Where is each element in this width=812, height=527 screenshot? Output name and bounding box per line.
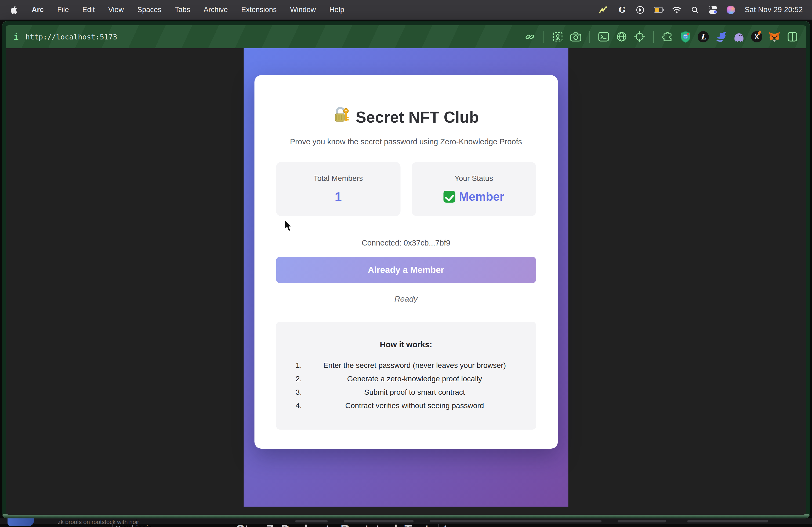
nft-club-card: Secret NFT Club Prove you know the secre… xyxy=(254,75,558,449)
toolbar-smudge xyxy=(430,520,601,523)
metamask-icon[interactable] xyxy=(768,31,780,43)
toolbar-smudge xyxy=(344,520,414,523)
menu-help[interactable]: Help xyxy=(329,6,344,14)
spotlight-search-icon[interactable] xyxy=(690,5,699,15)
ghostery-ghost-icon[interactable] xyxy=(733,31,745,43)
background-doc-title[interactable]: Step 7: Deploy to Rootstock Testnet xyxy=(236,524,447,527)
browser-content: Secret NFT Club Prove you know the secre… xyxy=(6,48,806,515)
url-text[interactable]: http://localhost:5173 xyxy=(26,33,117,41)
how-step: Submit proof to smart contract xyxy=(304,388,525,396)
your-status-value: Member xyxy=(459,190,504,204)
extension-l-icon[interactable]: L xyxy=(698,31,709,42)
lock-key-icon xyxy=(333,106,350,128)
siri-icon[interactable] xyxy=(726,5,736,15)
toolbar-separator xyxy=(543,31,544,43)
background-window-toolbar: zk proofs on rootstock with noir xyxy=(0,518,812,524)
extensions-puzzle-icon[interactable] xyxy=(662,31,673,43)
your-status-box: Your Status Member xyxy=(412,162,536,216)
background-divider xyxy=(112,524,113,527)
your-status-label: Your Status xyxy=(414,174,534,183)
menu-file[interactable]: File xyxy=(57,6,69,14)
connected-address: Connected: 0x37cb...7bf9 xyxy=(276,238,536,248)
menu-view[interactable]: View xyxy=(108,6,124,14)
menubar: Arc File Edit View Spaces Tabs Archive E… xyxy=(0,0,812,19)
screenshot-camera-icon[interactable] xyxy=(570,31,582,43)
browser-window: i http://localhost:5173 xyxy=(2,21,810,518)
battery-status-icon[interactable] xyxy=(654,5,663,15)
extension-x-icon[interactable]: X xyxy=(751,31,762,42)
menu-window[interactable]: Window xyxy=(290,6,316,14)
page-viewport: Secret NFT Club Prove you know the secre… xyxy=(244,48,568,507)
how-step: Contract verifies without seeing passwor… xyxy=(304,402,525,410)
menu-edit[interactable]: Edit xyxy=(83,6,95,14)
rabbit-extension-icon[interactable] xyxy=(715,31,727,43)
wifi-status-icon[interactable] xyxy=(672,5,681,15)
element-picker-icon[interactable] xyxy=(634,31,646,43)
already-member-button[interactable]: Already a Member xyxy=(276,257,536,283)
how-it-works-box: How it works: Enter the secret password … xyxy=(276,322,536,430)
how-step: Generate a zero-knowledge proof locally xyxy=(304,375,525,383)
copy-link-icon[interactable] xyxy=(524,31,536,43)
address-bar[interactable]: i http://localhost:5173 xyxy=(14,32,117,42)
background-window-body: Symbiosis Step 7: Deploy to Rootstock Te… xyxy=(0,524,812,527)
how-step: Enter the secret password (never leaves … xyxy=(304,361,525,370)
split-view-icon[interactable] xyxy=(786,31,798,43)
page-title-text: Secret NFT Club xyxy=(356,107,479,127)
toolbar-smudge xyxy=(618,520,666,523)
toolbar-smudge xyxy=(687,520,768,523)
browser-toolbar: i http://localhost:5173 xyxy=(6,25,806,48)
menu-spaces[interactable]: Spaces xyxy=(137,6,161,14)
toolbar-separator xyxy=(653,31,654,43)
menu-archive[interactable]: Archive xyxy=(204,6,228,14)
page-title: Secret NFT Club xyxy=(276,106,536,128)
stats-row: Total Members 1 Your Status Member xyxy=(276,162,536,216)
site-info-icon[interactable]: i xyxy=(14,32,18,42)
background-sidebar-label[interactable]: Symbiosis xyxy=(115,524,152,527)
menu-extensions[interactable]: Extensions xyxy=(241,6,277,14)
total-members-value: 1 xyxy=(278,190,398,204)
mouse-cursor xyxy=(284,219,293,232)
status-text: Ready xyxy=(276,295,536,303)
globe-icon[interactable] xyxy=(616,31,627,43)
menubar-clock[interactable]: Sat Nov 29 20:52 xyxy=(744,6,803,14)
control-center-icon[interactable] xyxy=(709,6,717,14)
screen: Arc File Edit View Spaces Tabs Archive E… xyxy=(0,0,812,527)
devtools-terminal-icon[interactable] xyxy=(598,31,610,43)
capture-image-icon[interactable] xyxy=(552,31,564,43)
stocks-status-icon[interactable] xyxy=(599,5,608,15)
menu-tabs[interactable]: Tabs xyxy=(175,6,190,14)
how-it-works-list: Enter the secret password (never leaves … xyxy=(287,361,525,410)
grammarly-status-icon[interactable]: G xyxy=(617,5,626,15)
toolbar-smudge xyxy=(295,520,328,523)
privacy-shield-icon[interactable] xyxy=(680,31,692,43)
total-members-label: Total Members xyxy=(278,174,398,183)
toolbar-separator xyxy=(590,31,590,43)
check-mark-icon xyxy=(443,191,455,202)
how-it-works-heading: How it works: xyxy=(287,340,525,350)
apple-menu-icon[interactable] xyxy=(9,5,18,15)
page-subtitle: Prove you know the secret password using… xyxy=(276,136,536,147)
background-blue-tab[interactable] xyxy=(8,518,34,526)
total-members-box: Total Members 1 xyxy=(276,162,400,216)
play-status-icon[interactable] xyxy=(636,5,645,15)
menu-arc[interactable]: Arc xyxy=(32,6,44,14)
